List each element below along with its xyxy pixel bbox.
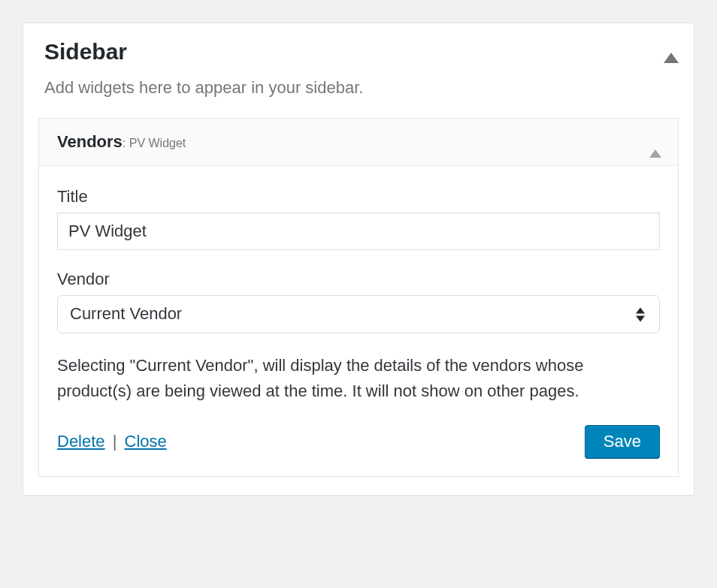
close-link[interactable]: Close bbox=[125, 432, 167, 451]
widget-header[interactable]: Vendors: PV Widget bbox=[39, 119, 678, 166]
vendor-label: Vendor bbox=[57, 270, 660, 289]
sidebar-area-title: Sidebar bbox=[44, 37, 673, 66]
field-vendor-row: Vendor Current Vendor bbox=[57, 270, 660, 333]
sidebar-area-toggle[interactable] bbox=[664, 40, 679, 53]
widget-actions: Delete | Close Save bbox=[57, 425, 660, 458]
delete-link[interactable]: Delete bbox=[57, 432, 105, 451]
widget-toggle[interactable] bbox=[649, 137, 661, 150]
widget-body: Title Vendor Current Vendor Selecting "C… bbox=[39, 166, 678, 476]
sidebar-widget-area: Sidebar Add widgets here to appear in yo… bbox=[23, 23, 694, 496]
vendor-select[interactable]: Current Vendor bbox=[57, 295, 660, 333]
chevron-up-icon bbox=[664, 40, 679, 63]
field-title-row: Title bbox=[57, 187, 660, 251]
chevron-up-icon bbox=[649, 137, 661, 158]
widget-name-suffix: PV Widget bbox=[129, 137, 186, 149]
vendor-help-text: Selecting "Current Vendor", will display… bbox=[57, 353, 660, 404]
widget-name-prefix: Vendors bbox=[57, 132, 123, 151]
title-input[interactable] bbox=[57, 213, 660, 251]
widget-vendors: Vendors: PV Widget Title Vendor Current … bbox=[38, 118, 679, 477]
widget-name-colon: : bbox=[123, 137, 129, 149]
save-button[interactable]: Save bbox=[585, 425, 660, 458]
action-links: Delete | Close bbox=[57, 432, 167, 451]
title-label: Title bbox=[57, 187, 660, 207]
sidebar-area-description: Add widgets here to appear in your sideb… bbox=[44, 77, 673, 100]
vendor-select-wrap: Current Vendor bbox=[57, 295, 660, 333]
link-separator: | bbox=[108, 432, 122, 451]
sidebar-area-header[interactable]: Sidebar Add widgets here to appear in yo… bbox=[23, 23, 694, 118]
